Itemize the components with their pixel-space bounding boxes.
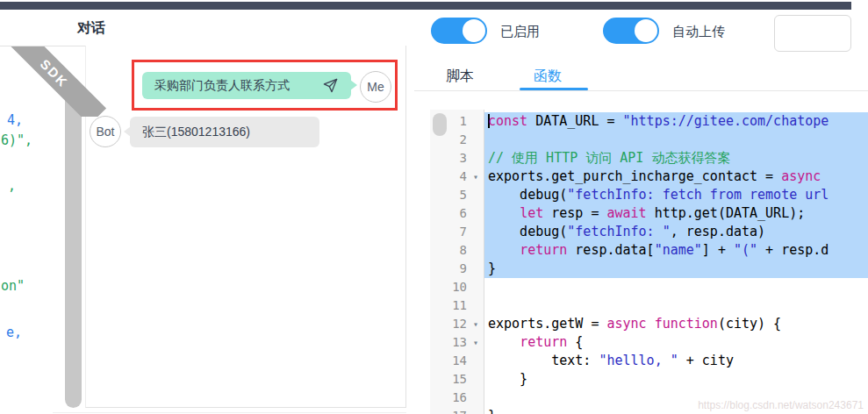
top-bar (0, 2, 851, 10)
toggle-knob (463, 19, 485, 42)
enabled-toggle-label: 已启用 (500, 24, 540, 40)
line-number: 15 (430, 370, 467, 389)
code-line[interactable]: 14 text: "helllo, " + city (430, 352, 868, 370)
line-gutter: 7 (430, 223, 484, 241)
bot-avatar: Bot (90, 116, 121, 147)
code-token (488, 205, 520, 221)
line-number: 6 (430, 204, 467, 223)
code-line[interactable]: 2 (430, 131, 868, 149)
code-text[interactable] (484, 131, 868, 149)
code-lines: 1const DATA_URL = "https://gitee.com/cha… (430, 112, 868, 414)
code-text[interactable] (484, 278, 868, 296)
code-line[interactable]: 6 let resp = await http.get(DATA_URL); (430, 204, 868, 223)
code-token: function (655, 316, 718, 332)
code-text[interactable]: // 使用 HTTP 访问 API 动态获得答案 (484, 149, 868, 168)
line-gutter: 6 (430, 204, 484, 223)
line-gutter: 2 (430, 131, 484, 149)
code-token: http.get(DATA_URL); (647, 205, 806, 221)
line-number: 4 (430, 168, 467, 186)
line-gutter: 16 (430, 389, 484, 407)
line-gutter: 12▾ (430, 315, 484, 333)
code-line[interactable]: 13▾ return { (430, 333, 868, 352)
tab-divider (414, 90, 868, 91)
code-text[interactable]: debug("fetchInfo: ", resp.data) (484, 223, 868, 241)
line-number: 10 (430, 278, 467, 296)
panel-bottom-divider (53, 412, 406, 413)
scrollbar-thumb[interactable] (65, 88, 82, 408)
code-text[interactable]: } (484, 370, 868, 389)
code-text[interactable]: let resp = await http.get(DATA_URL); (484, 204, 868, 223)
code-text[interactable]: } (484, 260, 868, 278)
code-token: { (567, 334, 583, 350)
page-title: 对话 (77, 19, 105, 38)
send-icon (322, 77, 339, 94)
code-text[interactable] (484, 296, 868, 315)
fold-spacer (467, 278, 484, 296)
code-text[interactable]: text: "helllo, " + city (484, 352, 868, 370)
code-line[interactable]: 8 return resp.data["name"] + "(" + resp.… (430, 241, 868, 260)
line-number: 9 (430, 260, 467, 278)
code-token: , resp.data) (671, 224, 765, 239)
code-token: } (488, 261, 496, 276)
line-gutter: 5 (430, 186, 484, 204)
code-token: + city (678, 353, 734, 368)
fold-spacer (467, 352, 484, 370)
line-gutter: 9 (430, 260, 484, 278)
code-token: let (520, 205, 543, 221)
line-number: 3 (430, 149, 467, 168)
code-line[interactable]: 9} (430, 260, 868, 278)
sdk-ribbon-container: SDK (0, 46, 118, 117)
code-line[interactable]: 11 (430, 296, 868, 315)
fold-spacer (467, 260, 484, 278)
code-text[interactable]: debug("fetchInfo: fetch from remote url (484, 186, 868, 204)
code-token: async (606, 316, 646, 332)
code-editor[interactable]: 1const DATA_URL = "https://gitee.com/cha… (430, 110, 868, 414)
code-token: const (488, 113, 527, 129)
line-number: 16 (430, 389, 467, 407)
code-token: DATA_URL = (527, 113, 622, 129)
code-token (647, 316, 655, 332)
line-gutter: 4▾ (430, 168, 484, 186)
auto-upload-toggle[interactable] (603, 18, 659, 44)
code-token: (city) { (718, 316, 781, 332)
code-line[interactable]: 7 debug("fetchInfo: ", resp.data) (430, 223, 868, 241)
code-text[interactable]: return resp.data["name"] + "(" + resp.d (484, 241, 868, 260)
code-token: resp.data[ (567, 242, 654, 258)
fold-spacer (467, 370, 484, 389)
code-line[interactable]: 3// 使用 HTTP 访问 API 动态获得答案 (430, 149, 868, 168)
code-text[interactable]: exports.getW = async function(city) { (484, 315, 868, 333)
code-token (821, 168, 829, 184)
me-message-text: 采购部门负责人联系方式 (154, 78, 290, 94)
fold-icon[interactable]: ▾ (467, 315, 484, 333)
code-line[interactable]: 4▾exports.get_purch_incharge_contact = a… (430, 168, 868, 186)
code-line[interactable]: 5 debug("fetchInfo: fetch from remote ur… (430, 186, 868, 204)
line-number: 12 (430, 315, 467, 333)
fold-spacer (467, 296, 484, 315)
line-gutter: 14 (430, 352, 484, 370)
line-number: 8 (430, 241, 467, 260)
fold-icon[interactable]: ▾ (467, 333, 484, 352)
bot-message-bubble[interactable]: 张三(15801213166) (130, 117, 319, 147)
code-line[interactable]: 1const DATA_URL = "https://gitee.com/cha… (430, 112, 868, 131)
line-number: 5 (430, 186, 467, 204)
enabled-toggle[interactable] (431, 18, 487, 44)
code-token: return (520, 334, 567, 350)
line-number: 11 (430, 296, 467, 315)
code-token: // 使用 HTTP 访问 API 动态获得答案 (488, 150, 730, 166)
me-message-bubble[interactable]: 采购部门负责人联系方式 (142, 72, 351, 99)
tab-function[interactable]: 函数 (534, 68, 562, 86)
code-text[interactable]: const DATA_URL = "https://gitee.com/chat… (484, 112, 868, 131)
code-token: "https://gitee.com/chatope (623, 113, 829, 129)
line-gutter: 1 (430, 112, 484, 131)
toolbar-button[interactable] (774, 15, 851, 52)
code-line[interactable]: 15 } (430, 370, 868, 389)
line-number: 14 (430, 352, 467, 370)
tab-script[interactable]: 脚本 (446, 68, 474, 86)
code-line[interactable]: 10 (430, 278, 868, 296)
code-line[interactable]: 12▾exports.getW = async function(city) { (430, 315, 868, 333)
code-token: exports.getW = (488, 316, 606, 332)
code-text[interactable]: exports.get_purch_incharge_contact = asy… (484, 168, 868, 186)
me-avatar: Me (360, 71, 391, 103)
code-text[interactable]: return { (484, 333, 868, 352)
fold-icon[interactable]: ▾ (467, 168, 484, 186)
